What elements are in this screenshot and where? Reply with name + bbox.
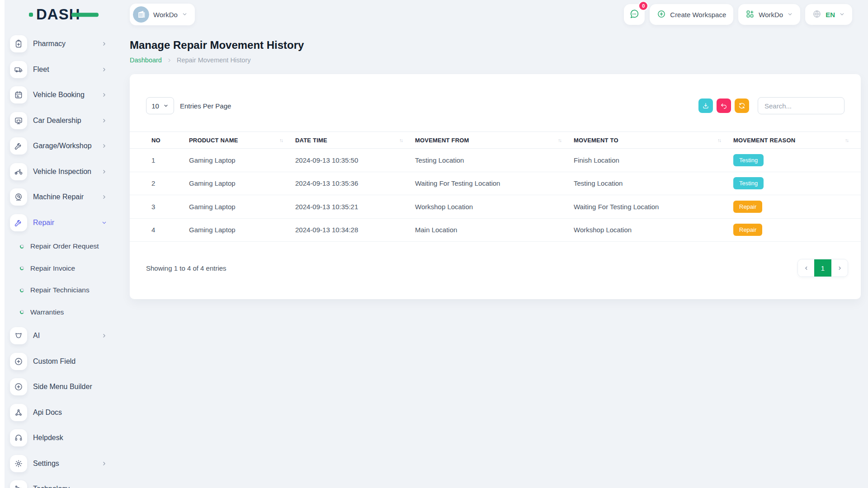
chevron-right-icon <box>101 460 107 466</box>
sidebar-item-helpdesk[interactable]: Helpdesk <box>5 425 115 451</box>
column-header-movement-to[interactable]: MOVEMENT TO↑↓ <box>574 132 733 149</box>
column-header-movement-from[interactable]: MOVEMENT FROM↑↓ <box>415 132 574 149</box>
cell-product-name: Gaming Laptop <box>189 149 295 172</box>
pagination: 1 <box>797 259 848 277</box>
reason-badge: Repair <box>733 224 762 236</box>
cell-date-time: 2024-09-13 10:35:50 <box>295 149 415 172</box>
cell-product-name: Gaming Laptop <box>189 218 295 242</box>
create-workspace-button[interactable]: Create Workspace <box>650 4 733 25</box>
motorbike-icon <box>10 163 27 180</box>
sidebar-item-label: Pharmacy <box>33 40 66 48</box>
monitor-car-icon <box>10 112 27 129</box>
undo-button[interactable] <box>717 99 731 113</box>
pagination-next-button[interactable] <box>831 259 848 277</box>
chevron-right-icon <box>101 143 107 149</box>
sidebar-item-ai[interactable]: AI <box>5 323 115 349</box>
messages-button[interactable]: 0 <box>624 4 645 25</box>
cell-no: 4 <box>130 218 189 242</box>
export-button[interactable] <box>698 99 713 113</box>
sidebar-item-side-menu-builder[interactable]: Side Menu Builder <box>5 374 115 400</box>
sidebar-item-vehicle-booking[interactable]: Vehicle Booking <box>5 82 115 108</box>
sidebar-item-repair[interactable]: Repair <box>5 210 115 236</box>
plus-circle-icon <box>10 378 27 395</box>
sidebar-item-machine-repair[interactable]: Machine Repair <box>5 184 115 210</box>
sidebar-subitem-repair-technicians[interactable]: Repair Technicians <box>5 279 115 301</box>
main-content: Manage Repair Movement History Dashboard… <box>130 29 861 299</box>
chevron-down-icon <box>787 11 793 19</box>
workspace-selector[interactable]: WorkDo <box>130 4 195 25</box>
pagination-prev-button[interactable] <box>798 259 814 277</box>
sidebar-item-label: Repair <box>33 219 54 227</box>
table-row: 3Gaming Laptop2024-09-13 10:35:21Worksho… <box>130 195 861 219</box>
sort-icon[interactable]: ↑↓ <box>399 137 402 143</box>
sidebar-subitem-label: Warranties <box>30 308 64 316</box>
tech-icon <box>10 480 27 488</box>
app-logo[interactable]: DASH <box>29 5 80 23</box>
table-controls: 10 Entries Per Page <box>146 97 844 114</box>
sidebar-subitem-label: Repair Order Request <box>30 242 99 250</box>
sidebar-item-api-docs[interactable]: Api Docs <box>5 400 115 426</box>
sidebar-item-garage-workshop[interactable]: Garage/Workshop <box>5 133 115 159</box>
gear-icon <box>10 455 27 472</box>
topbar-actions: 0 Create Workspace WorkDo EN <box>624 4 852 25</box>
chevron-right-icon <box>101 92 107 98</box>
chevron-right-icon <box>101 194 107 200</box>
cell-no: 3 <box>130 195 189 219</box>
language-selector[interactable]: EN <box>805 4 852 25</box>
sidebar-item-label: Vehicle Booking <box>33 91 85 99</box>
language-label: EN <box>826 11 835 19</box>
cell-movement-to: Finish Location <box>574 149 733 172</box>
sidebar-item-label: Machine Repair <box>33 193 84 201</box>
column-header-date-time[interactable]: DATE TIME↑↓ <box>295 132 415 149</box>
page-title: Manage Repair Movement History <box>130 39 861 52</box>
workspace-name: WorkDo <box>153 11 178 19</box>
sidebar-scrollbar[interactable] <box>0 0 5 488</box>
sidebar-item-vehicle-inspection[interactable]: Vehicle Inspection <box>5 159 115 185</box>
column-header-movement-reason[interactable]: MOVEMENT REASON↑↓ <box>733 132 861 149</box>
sidebar-subitem-label: Repair Technicians <box>30 286 90 294</box>
sort-icon[interactable]: ↑↓ <box>279 137 283 143</box>
sidebar-item-label: Car Dealership <box>33 117 81 125</box>
sidebar-item-technology[interactable]: Technology <box>5 476 115 488</box>
topbar: DASH WorkDo 0 Create Works <box>0 0 868 29</box>
column-header-product-name[interactable]: PRODUCT NAME↑↓ <box>189 132 295 149</box>
column-header-no: NO <box>130 132 189 149</box>
grid-plus-icon <box>745 9 755 20</box>
breadcrumb: Dashboard Repair Movement History <box>130 56 861 64</box>
table-row: 2Gaming Laptop2024-09-13 10:35:36Waiting… <box>130 172 861 195</box>
breadcrumb-current: Repair Movement History <box>177 56 251 64</box>
cell-movement-from: Testing Location <box>415 149 574 172</box>
sort-icon[interactable]: ↑↓ <box>845 137 848 143</box>
sort-icon[interactable]: ↑↓ <box>558 137 561 143</box>
sidebar-item-settings[interactable]: Settings <box>5 451 115 477</box>
sort-icon[interactable]: ↑↓ <box>717 137 721 143</box>
entries-per-page-select[interactable]: 10 <box>146 97 174 114</box>
breadcrumb-dashboard-link[interactable]: Dashboard <box>130 56 162 64</box>
wrench-icon <box>10 214 27 231</box>
sidebar-subitem-warranties[interactable]: Warranties <box>5 301 115 324</box>
workspace-switcher-label: WorkDo <box>759 11 783 19</box>
cell-date-time: 2024-09-13 10:35:36 <box>295 172 415 195</box>
chevron-down-icon <box>101 220 107 225</box>
table-row: 4Gaming Laptop2024-09-13 10:34:28Main Lo… <box>130 218 861 242</box>
reason-badge: Testing <box>733 154 764 166</box>
sidebar-item-car-dealership[interactable]: Car Dealership <box>5 108 115 134</box>
sidebar-item-pharmacy[interactable]: Pharmacy <box>5 31 115 57</box>
bullet-icon <box>19 288 24 292</box>
workspace-switcher-button[interactable]: WorkDo <box>738 4 800 25</box>
sidebar-subitem-label: Repair Invoice <box>30 264 75 272</box>
sidebar-item-label: Helpdesk <box>33 434 63 442</box>
sidebar-item-fleet[interactable]: Fleet <box>5 57 115 83</box>
sidebar-subitem-repair-order-request[interactable]: Repair Order Request <box>5 235 115 258</box>
chevron-down-icon <box>839 11 845 19</box>
pagination-page-1[interactable]: 1 <box>814 259 831 277</box>
search-input[interactable] <box>758 97 844 114</box>
sidebar-item-custom-field[interactable]: Custom Field <box>5 349 115 375</box>
sidebar-item-label: AI <box>33 332 40 340</box>
cell-date-time: 2024-09-13 10:34:28 <box>295 218 415 242</box>
plus-circle-icon <box>657 9 666 20</box>
refresh-button[interactable] <box>735 99 749 113</box>
sidebar-item-label: Api Docs <box>33 408 62 417</box>
share-nodes-icon <box>10 404 27 421</box>
sidebar-subitem-repair-invoice[interactable]: Repair Invoice <box>5 258 115 280</box>
